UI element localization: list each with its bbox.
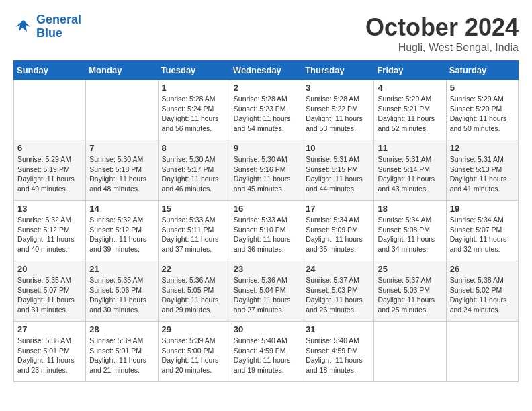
calendar-cell: 12 Sunrise: 5:31 AMSunset: 5:13 PMDaylig… — [446, 140, 518, 201]
day-detail: Sunrise: 5:33 AMSunset: 5:10 PMDaylight:… — [234, 215, 298, 255]
day-number: 23 — [234, 264, 298, 274]
calendar-cell: 21 Sunrise: 5:35 AMSunset: 5:06 PMDaylig… — [86, 261, 158, 322]
calendar-cell: 8 Sunrise: 5:30 AMSunset: 5:17 PMDayligh… — [158, 140, 230, 201]
day-detail: Sunrise: 5:35 AMSunset: 5:06 PMDaylight:… — [89, 275, 154, 315]
day-number: 13 — [17, 203, 82, 214]
day-number: 19 — [450, 203, 515, 214]
calendar-cell: 31 Sunrise: 5:40 AMSunset: 4:59 PMDaylig… — [302, 322, 374, 382]
day-detail: Sunrise: 5:29 AMSunset: 5:21 PMDaylight:… — [378, 94, 442, 134]
calendar-cell: 22 Sunrise: 5:36 AMSunset: 5:05 PMDaylig… — [158, 261, 230, 322]
logo: General Blue — [13, 13, 81, 40]
calendar-cell: 18 Sunrise: 5:34 AMSunset: 5:08 PMDaylig… — [374, 201, 446, 261]
calendar-cell — [86, 80, 158, 140]
day-detail: Sunrise: 5:40 AMSunset: 4:59 PMDaylight:… — [234, 336, 298, 375]
day-detail: Sunrise: 5:31 AMSunset: 5:14 PMDaylight:… — [378, 154, 442, 194]
calendar-cell: 13 Sunrise: 5:32 AMSunset: 5:12 PMDaylig… — [14, 201, 86, 261]
day-number: 10 — [306, 143, 370, 153]
day-number: 14 — [89, 203, 154, 214]
calendar-cell — [14, 80, 86, 140]
calendar-cell: 6 Sunrise: 5:29 AMSunset: 5:19 PMDayligh… — [14, 140, 86, 201]
day-detail: Sunrise: 5:37 AMSunset: 5:03 PMDaylight:… — [378, 275, 442, 315]
day-detail: Sunrise: 5:29 AMSunset: 5:19 PMDaylight:… — [17, 154, 82, 194]
logo-text: General Blue — [36, 13, 81, 40]
day-number: 17 — [306, 203, 370, 214]
day-number: 26 — [450, 264, 515, 274]
calendar-cell: 7 Sunrise: 5:30 AMSunset: 5:18 PMDayligh… — [86, 140, 158, 201]
day-detail: Sunrise: 5:30 AMSunset: 5:17 PMDaylight:… — [162, 154, 226, 194]
calendar-cell: 24 Sunrise: 5:37 AMSunset: 5:03 PMDaylig… — [302, 261, 374, 322]
day-number: 9 — [234, 143, 298, 153]
calendar-table: SundayMondayTuesdayWednesdayThursdayFrid… — [13, 60, 519, 382]
day-number: 1 — [162, 83, 226, 93]
day-detail: Sunrise: 5:33 AMSunset: 5:11 PMDaylight:… — [162, 215, 226, 255]
svg-marker-0 — [15, 20, 30, 32]
day-number: 2 — [234, 83, 298, 93]
day-number: 8 — [162, 143, 226, 153]
calendar-cell: 5 Sunrise: 5:29 AMSunset: 5:20 PMDayligh… — [446, 80, 518, 140]
day-detail: Sunrise: 5:32 AMSunset: 5:12 PMDaylight:… — [17, 215, 82, 255]
day-detail: Sunrise: 5:32 AMSunset: 5:12 PMDaylight:… — [89, 215, 154, 255]
day-detail: Sunrise: 5:34 AMSunset: 5:09 PMDaylight:… — [306, 215, 370, 255]
calendar-week-row: 20 Sunrise: 5:35 AMSunset: 5:07 PMDaylig… — [14, 261, 519, 322]
day-number: 15 — [162, 203, 226, 214]
day-number: 21 — [89, 264, 154, 274]
column-header-sunday: Sunday — [14, 61, 86, 80]
calendar-header-row: SundayMondayTuesdayWednesdayThursdayFrid… — [14, 61, 519, 80]
day-detail: Sunrise: 5:28 AMSunset: 5:24 PMDaylight:… — [162, 94, 226, 134]
calendar-cell: 14 Sunrise: 5:32 AMSunset: 5:12 PMDaylig… — [86, 201, 158, 261]
calendar-week-row: 27 Sunrise: 5:38 AMSunset: 5:01 PMDaylig… — [14, 322, 519, 382]
day-detail: Sunrise: 5:29 AMSunset: 5:20 PMDaylight:… — [450, 94, 515, 134]
calendar-cell: 16 Sunrise: 5:33 AMSunset: 5:10 PMDaylig… — [230, 201, 302, 261]
calendar-cell — [374, 322, 446, 382]
calendar-cell: 19 Sunrise: 5:34 AMSunset: 5:07 PMDaylig… — [446, 201, 518, 261]
page-header: General Blue October 2024 Hugli, West Be… — [13, 13, 519, 54]
logo-line1: General — [36, 13, 81, 26]
column-header-monday: Monday — [86, 61, 158, 80]
day-detail: Sunrise: 5:28 AMSunset: 5:22 PMDaylight:… — [306, 94, 370, 134]
day-number: 3 — [306, 83, 370, 93]
calendar-cell: 30 Sunrise: 5:40 AMSunset: 4:59 PMDaylig… — [230, 322, 302, 382]
day-detail: Sunrise: 5:28 AMSunset: 5:23 PMDaylight:… — [234, 94, 298, 134]
calendar-cell: 17 Sunrise: 5:34 AMSunset: 5:09 PMDaylig… — [302, 201, 374, 261]
title-block: October 2024 Hugli, West Bengal, India — [365, 13, 519, 54]
calendar-cell: 2 Sunrise: 5:28 AMSunset: 5:23 PMDayligh… — [230, 80, 302, 140]
day-detail: Sunrise: 5:39 AMSunset: 5:01 PMDaylight:… — [89, 336, 154, 375]
day-number: 11 — [378, 143, 442, 153]
day-number: 27 — [17, 324, 82, 334]
day-detail: Sunrise: 5:36 AMSunset: 5:05 PMDaylight:… — [162, 275, 226, 315]
location: Hugli, West Bengal, India — [365, 42, 519, 54]
calendar-cell: 4 Sunrise: 5:29 AMSunset: 5:21 PMDayligh… — [374, 80, 446, 140]
month-title: October 2024 — [365, 13, 519, 42]
calendar-cell: 10 Sunrise: 5:31 AMSunset: 5:15 PMDaylig… — [302, 140, 374, 201]
calendar-cell: 20 Sunrise: 5:35 AMSunset: 5:07 PMDaylig… — [14, 261, 86, 322]
calendar-cell: 27 Sunrise: 5:38 AMSunset: 5:01 PMDaylig… — [14, 322, 86, 382]
calendar-cell: 29 Sunrise: 5:39 AMSunset: 5:00 PMDaylig… — [158, 322, 230, 382]
day-number: 6 — [17, 143, 82, 153]
day-detail: Sunrise: 5:35 AMSunset: 5:07 PMDaylight:… — [17, 275, 82, 315]
day-number: 20 — [17, 264, 82, 274]
day-number: 28 — [89, 324, 154, 334]
day-detail: Sunrise: 5:36 AMSunset: 5:04 PMDaylight:… — [234, 275, 298, 315]
column-header-tuesday: Tuesday — [158, 61, 230, 80]
column-header-wednesday: Wednesday — [230, 61, 302, 80]
day-number: 24 — [306, 264, 370, 274]
day-detail: Sunrise: 5:40 AMSunset: 4:59 PMDaylight:… — [306, 336, 370, 375]
logo-line2: Blue — [36, 27, 81, 40]
logo-icon — [13, 17, 34, 37]
day-number: 4 — [378, 83, 442, 93]
calendar-cell — [446, 322, 518, 382]
day-number: 25 — [378, 264, 442, 274]
calendar-cell: 9 Sunrise: 5:30 AMSunset: 5:16 PMDayligh… — [230, 140, 302, 201]
day-number: 31 — [306, 324, 370, 334]
calendar-cell: 25 Sunrise: 5:37 AMSunset: 5:03 PMDaylig… — [374, 261, 446, 322]
calendar-week-row: 1 Sunrise: 5:28 AMSunset: 5:24 PMDayligh… — [14, 80, 519, 140]
day-number: 16 — [234, 203, 298, 214]
calendar-week-row: 6 Sunrise: 5:29 AMSunset: 5:19 PMDayligh… — [14, 140, 519, 201]
calendar-cell: 15 Sunrise: 5:33 AMSunset: 5:11 PMDaylig… — [158, 201, 230, 261]
calendar-cell: 23 Sunrise: 5:36 AMSunset: 5:04 PMDaylig… — [230, 261, 302, 322]
day-number: 12 — [450, 143, 515, 153]
column-header-thursday: Thursday — [302, 61, 374, 80]
day-number: 7 — [89, 143, 154, 153]
day-number: 5 — [450, 83, 515, 93]
day-detail: Sunrise: 5:31 AMSunset: 5:15 PMDaylight:… — [306, 154, 370, 194]
